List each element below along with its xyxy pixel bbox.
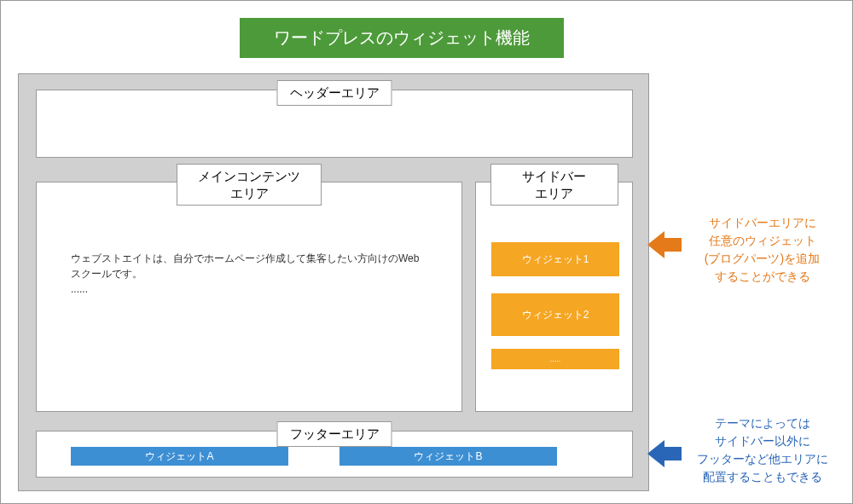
main-label: メインコンテンツエリア [177, 164, 322, 206]
svg-marker-1 [647, 440, 682, 467]
sidebar-widget-1: ウィジェット1 [491, 242, 619, 276]
header-area: ヘッダーエリア [36, 90, 633, 158]
footer-widget-b: ウィジェットB [339, 447, 557, 466]
layout-frame: ヘッダーエリア メインコンテンツエリア ウェブストエイトは、自分でホームページ作… [18, 73, 649, 491]
header-label: ヘッダーエリア [277, 80, 392, 106]
sidebar-widget-2: ウィジェット2 [491, 293, 619, 336]
sidebar-area: サイドバーエリア ウィジェット1 ウィジェット2 ..... [475, 182, 633, 412]
sidebar-annotation: サイドバーエリアに任意のウィジェット(ブログパーツ)を追加することができる [679, 214, 845, 286]
footer-annotation: テーマによってはサイドバー以外にフッターなど他エリアに配置することもできる [679, 414, 845, 486]
main-content-area: メインコンテンツエリア ウェブストエイトは、自分でホームページ作成して集客したい… [36, 182, 462, 412]
main-body-line: ウェブストエイトは、自分でホームページ作成して集客したい方向けのWebスクールで… [71, 252, 419, 280]
arrow-left-icon [647, 440, 682, 467]
footer-label: フッターエリア [277, 421, 392, 447]
sidebar-label: サイドバーエリア [490, 164, 618, 206]
arrow-left-icon [647, 231, 682, 258]
footer-widget-a: ウィジェットA [71, 447, 288, 466]
main-body-text: ウェブストエイトは、自分でホームページ作成して集客したい方向けのWebスクールで… [71, 251, 427, 297]
footer-area: フッターエリア ウィジェットA ウィジェットB [36, 431, 633, 478]
page-title: ワードプレスのウィジェット機能 [240, 18, 564, 58]
main-body-more: ...... [71, 283, 88, 295]
svg-marker-0 [647, 231, 682, 258]
sidebar-widget-more: ..... [491, 349, 619, 369]
